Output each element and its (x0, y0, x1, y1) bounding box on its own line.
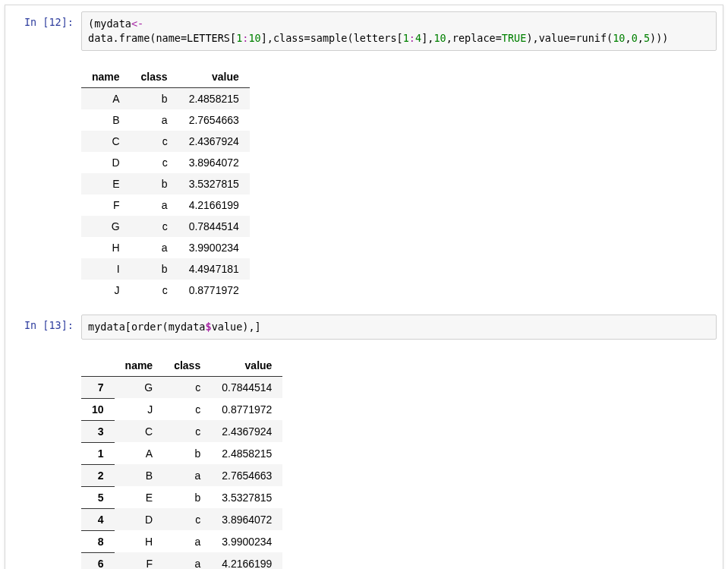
code-token: ] (255, 321, 261, 333)
table-cell: a (163, 552, 211, 569)
code-token: 4 (415, 32, 421, 44)
input-cell-13: In [13]: mydata[order(mydata$value),] (5, 315, 723, 340)
output-prompt-12 (5, 57, 81, 62)
code-token: ) (526, 32, 532, 44)
table-row: Cc2.4367924 (81, 131, 250, 152)
table-cell: 4.4947181 (178, 258, 250, 280)
column-header: class (131, 66, 178, 88)
code-token: replace (452, 32, 496, 44)
table-row: 10Jc0.8771972 (81, 398, 282, 420)
table-row: 8Ha3.9900234 (81, 530, 282, 552)
code-token: data.frame (88, 32, 150, 44)
code-token: mydata (94, 17, 131, 30)
table-cell: 3.9900234 (211, 530, 282, 552)
table-cell: c (131, 280, 178, 301)
table-cell: A (115, 442, 164, 464)
table-row: Jc0.8771972 (81, 280, 250, 301)
prompt-number: 12 (49, 16, 61, 28)
code-token: 10 (613, 32, 625, 44)
table-cell: D (81, 152, 131, 173)
column-header: value (178, 66, 250, 88)
table-cell: H (115, 530, 164, 552)
code-token: LETTERS (187, 32, 230, 44)
table-cell: G (115, 376, 164, 398)
table-row: Ib4.4947181 (81, 258, 250, 280)
code-token: = (181, 32, 187, 44)
table-cell: C (115, 420, 164, 442)
code-input-12[interactable]: (mydata<-data.frame(name=LETTERS[1:10],c… (81, 11, 717, 51)
table-cell: 4.2166199 (178, 194, 250, 216)
table-cell: a (163, 530, 211, 552)
table-row: 1Ab2.4858215 (81, 442, 282, 464)
code-token: order (131, 321, 162, 333)
table-cell: b (131, 87, 178, 109)
code-token: <- (131, 17, 143, 30)
prompt-number: 13 (49, 319, 61, 331)
code-token: , (446, 32, 452, 44)
table-cell: 6 (81, 552, 115, 569)
table-cell: B (115, 464, 164, 486)
table-cell: 2.4858215 (211, 442, 282, 464)
code-token: [ (397, 32, 403, 44)
code-token: ] (261, 32, 267, 44)
table-cell: 4.2166199 (211, 552, 282, 569)
table-cell: 10 (81, 398, 115, 420)
code-token: = (304, 32, 310, 44)
table-row: 2Ba2.7654663 (81, 464, 282, 486)
code-token: value (539, 32, 570, 44)
table-cell: c (131, 152, 178, 173)
table-row: Fa4.2166199 (81, 194, 250, 216)
code-token: 10 (433, 32, 446, 44)
table-cell: 2.4367924 (178, 131, 250, 152)
code-token: $ (205, 321, 211, 333)
code-token: = (496, 32, 502, 44)
code-token: 5 (644, 32, 650, 44)
code-token: mydata (88, 321, 125, 333)
table-row: 7Gc0.7844514 (81, 376, 282, 398)
table-row: Ab2.4858215 (81, 87, 250, 109)
notebook-container: In [12]: (mydata<-data.frame(name=LETTER… (5, 5, 723, 569)
code-token: 10 (248, 32, 260, 44)
table-cell: 4 (81, 508, 115, 530)
code-token: 0 (632, 32, 638, 44)
table-cell: 3.8964072 (178, 152, 250, 173)
table-cell: 2.4858215 (178, 87, 250, 109)
code-token: ( (162, 321, 169, 333)
table-cell: b (131, 173, 178, 194)
table-cell: F (81, 194, 131, 216)
table-cell: 3 (81, 420, 115, 442)
code-token: ) (650, 32, 656, 44)
table-cell: c (163, 420, 211, 442)
code-token: ) (662, 32, 668, 44)
output-cell-13: nameclassvalue7Gc0.784451410Jc0.87719723… (5, 346, 723, 569)
table-cell: 0.7844514 (178, 216, 250, 237)
code-token: letters (354, 32, 397, 44)
table-cell: A (81, 87, 131, 109)
code-token: [ (125, 321, 131, 333)
table-cell: 2.7654663 (211, 464, 282, 486)
table-row: Ha3.9900234 (81, 237, 250, 258)
table-cell: c (163, 508, 211, 530)
input-prompt-12: In [12]: (5, 11, 81, 28)
table-cell: E (81, 173, 131, 194)
table-row: 3Cc2.4367924 (81, 420, 282, 442)
table-cell: 5 (81, 486, 115, 508)
column-header: name (115, 355, 164, 377)
code-token: class (273, 32, 304, 44)
table-cell: E (115, 486, 164, 508)
table-row: Dc3.8964072 (81, 152, 250, 173)
prompt-label: In (24, 16, 36, 28)
code-token: value (212, 321, 243, 333)
code-token: sample (310, 32, 348, 44)
code-input-13[interactable]: mydata[order(mydata$value),] (81, 315, 717, 340)
code-token: TRUE (502, 32, 527, 44)
table-cell: J (81, 280, 131, 301)
table-cell: c (163, 376, 211, 398)
table-cell: b (131, 258, 178, 280)
output-prompt-13 (5, 346, 81, 350)
table-cell: F (115, 552, 164, 569)
table-cell: 3.9900234 (178, 237, 250, 258)
code-token: mydata (169, 321, 206, 333)
table-cell: 0.7844514 (211, 376, 282, 398)
prompt-label: In (24, 319, 36, 331)
